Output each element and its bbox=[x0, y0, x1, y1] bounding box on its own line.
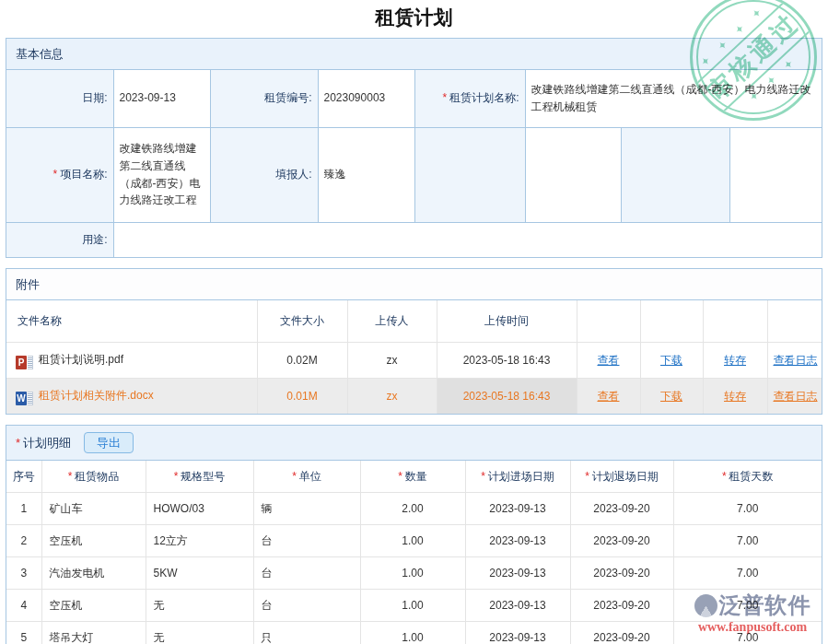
attachment-file-size: 0.02M bbox=[257, 343, 347, 379]
row-number: 5 bbox=[6, 622, 41, 644]
empty-label-cell bbox=[414, 127, 525, 222]
unit: 台 bbox=[253, 525, 360, 557]
plan-name-label: *租赁计划名称: bbox=[414, 70, 525, 127]
required-asterisk: * bbox=[174, 470, 179, 483]
attachment-action-cell: 查看日志 bbox=[767, 343, 822, 379]
plan-detail-column-label: 租赁物品 bbox=[75, 470, 119, 483]
plan-detail-section-header: *计划明细导出 bbox=[6, 426, 822, 461]
planned-entry-date: 2023-09-13 bbox=[465, 622, 570, 644]
plan-detail-column-label: 计划进场日期 bbox=[488, 470, 554, 483]
quantity: 1.00 bbox=[360, 525, 465, 557]
attachment-action-cell: 转存 bbox=[703, 379, 767, 415]
attachment-upload-time: 2023-05-18 16:43 bbox=[437, 379, 577, 415]
view-log-link[interactable]: 查看日志 bbox=[774, 390, 818, 403]
plan-detail-column-label: 租赁天数 bbox=[729, 470, 774, 483]
plan-name-value: 改建铁路线增建第二线直通线（成都-西安）电力线路迁改工程机械租赁 bbox=[525, 70, 822, 127]
rental-days: 7.00 bbox=[673, 590, 822, 622]
required-asterisk: * bbox=[52, 168, 57, 181]
attachment-action-cell: 查看 bbox=[577, 379, 640, 415]
unit: 辆 bbox=[253, 493, 360, 525]
attachments-column-header: 文件名称 bbox=[6, 300, 257, 343]
rental-item: 汽油发电机 bbox=[41, 557, 146, 590]
basic-info-section: 基本信息 日期: 2023-09-13 租赁编号: 2023090003 *租赁… bbox=[6, 38, 822, 258]
plan-detail-column-header: *数量 bbox=[360, 461, 465, 493]
download-link[interactable]: 下载 bbox=[660, 390, 682, 403]
attachments-column-header: 上传时间 bbox=[437, 300, 577, 343]
spec-model: HOWO/03 bbox=[146, 493, 253, 525]
export-button[interactable]: 导出 bbox=[84, 432, 134, 453]
unit: 台 bbox=[253, 590, 360, 622]
project-name-value: 改建铁路线增建第二线直通线（成都-西安）电力线路迁改工程 bbox=[113, 127, 210, 222]
rental-days: 7.00 bbox=[673, 525, 822, 557]
view-link[interactable]: 查看 bbox=[598, 354, 620, 367]
rental-days: 7.00 bbox=[673, 557, 822, 590]
planned-entry-date: 2023-09-13 bbox=[465, 590, 570, 622]
spec-model: 12立方 bbox=[146, 525, 253, 557]
required-asterisk: * bbox=[585, 470, 589, 483]
attachment-uploader: zx bbox=[347, 343, 437, 379]
planned-exit-date: 2023-09-20 bbox=[570, 590, 673, 622]
attachments-column-header: 文件大小 bbox=[257, 300, 347, 343]
plan-detail-column-label: 计划退场日期 bbox=[592, 470, 659, 483]
rental-days: 7.00 bbox=[673, 622, 822, 644]
docx-file-icon: W bbox=[16, 392, 33, 405]
required-asterisk: * bbox=[722, 470, 727, 483]
file-icon-letter: W bbox=[16, 392, 27, 405]
planned-exit-date: 2023-09-20 bbox=[570, 493, 673, 525]
plan-detail-section-title: 计划明细 bbox=[23, 436, 71, 450]
plan-detail-column-header: *单位 bbox=[253, 461, 360, 493]
row-number: 1 bbox=[6, 493, 41, 525]
planned-entry-date: 2023-09-13 bbox=[465, 493, 570, 525]
plan-detail-row: 1矿山车HOWO/03辆2.002023-09-132023-09-207.00 bbox=[6, 493, 822, 525]
attachment-row[interactable]: W租赁计划相关附件.docx0.01Mzx2023-05-18 16:43查看下… bbox=[6, 379, 822, 415]
plan-detail-row: 3汽油发电机5KW台1.002023-09-132023-09-207.00 bbox=[6, 557, 822, 590]
attachment-action-cell: 查看 bbox=[577, 343, 640, 379]
pdf-file-icon: P bbox=[16, 356, 33, 369]
plan-detail-column-header: 序号 bbox=[6, 461, 41, 493]
unit: 只 bbox=[253, 622, 360, 644]
plan-detail-column-label: 规格型号 bbox=[181, 470, 225, 483]
rental-item: 空压机 bbox=[41, 590, 146, 622]
attachment-uploader: zx bbox=[347, 379, 437, 415]
spec-model: 无 bbox=[146, 590, 253, 622]
spec-model: 无 bbox=[146, 622, 253, 644]
plan-detail-column-label: 单位 bbox=[299, 470, 321, 483]
planned-exit-date: 2023-09-20 bbox=[570, 622, 673, 644]
plan-detail-row: 5塔吊大灯无只1.002023-09-132023-09-207.00 bbox=[6, 622, 822, 644]
rental-no-value: 2023090003 bbox=[318, 70, 414, 127]
attachment-file-name: 租赁计划说明.pdf bbox=[39, 353, 123, 366]
attachments-table: 文件名称文件大小上传人上传时间 P租赁计划说明.pdf0.02Mzx2023-0… bbox=[6, 300, 822, 414]
page: 租赁计划 基本信息 日期: 2023-09-13 租赁编号: 202309000… bbox=[0, 0, 828, 644]
plan-detail-table: 序号*租赁物品*规格型号*单位*数量*计划进场日期*计划退场日期*租赁天数 1矿… bbox=[6, 461, 822, 644]
attachment-row[interactable]: P租赁计划说明.pdf0.02Mzx2023-05-18 16:43查看下载转存… bbox=[6, 343, 822, 379]
attachments-action-column-header bbox=[577, 300, 640, 343]
attachments-section: 附件 文件名称文件大小上传人上传时间 P租赁计划说明.pdf0.02Mzx202… bbox=[6, 268, 822, 415]
required-asterisk: * bbox=[481, 470, 485, 483]
attachment-action-cell: 查看日志 bbox=[767, 379, 822, 415]
rental-item: 塔吊大灯 bbox=[41, 622, 146, 644]
attachments-section-title: 附件 bbox=[6, 269, 822, 300]
plan-detail-column-label: 数量 bbox=[405, 470, 427, 483]
view-link[interactable]: 查看 bbox=[598, 390, 620, 403]
planned-exit-date: 2023-09-20 bbox=[570, 557, 673, 590]
attachments-column-header: 上传人 bbox=[347, 300, 437, 343]
planned-exit-date: 2023-09-20 bbox=[570, 525, 673, 557]
attachments-action-column-header bbox=[640, 300, 703, 343]
basic-info-table: 日期: 2023-09-13 租赁编号: 2023090003 *租赁计划名称:… bbox=[6, 70, 822, 257]
required-asterisk: * bbox=[16, 436, 20, 450]
unit: 台 bbox=[253, 557, 360, 590]
basic-info-section-title: 基本信息 bbox=[6, 39, 822, 70]
file-icon-page bbox=[28, 356, 33, 369]
download-link[interactable]: 下载 bbox=[660, 354, 682, 367]
plan-detail-section: *计划明细导出 序号*租赁物品*规格型号*单位*数量*计划进场日期*计划退场日期… bbox=[6, 425, 822, 644]
plan-detail-row: 2空压机12立方台1.002023-09-132023-09-207.00 bbox=[6, 525, 822, 557]
attachments-action-column-header bbox=[767, 300, 822, 343]
transfer-link[interactable]: 转存 bbox=[724, 354, 746, 367]
rental-no-label: 租赁编号: bbox=[210, 70, 318, 127]
transfer-link[interactable]: 转存 bbox=[724, 390, 746, 403]
required-asterisk: * bbox=[398, 470, 402, 483]
view-log-link[interactable]: 查看日志 bbox=[774, 354, 818, 367]
spec-model: 5KW bbox=[146, 557, 253, 590]
attachment-file-size: 0.01M bbox=[257, 379, 347, 415]
plan-detail-row: 4空压机无台1.002023-09-132023-09-207.00 bbox=[6, 590, 822, 622]
